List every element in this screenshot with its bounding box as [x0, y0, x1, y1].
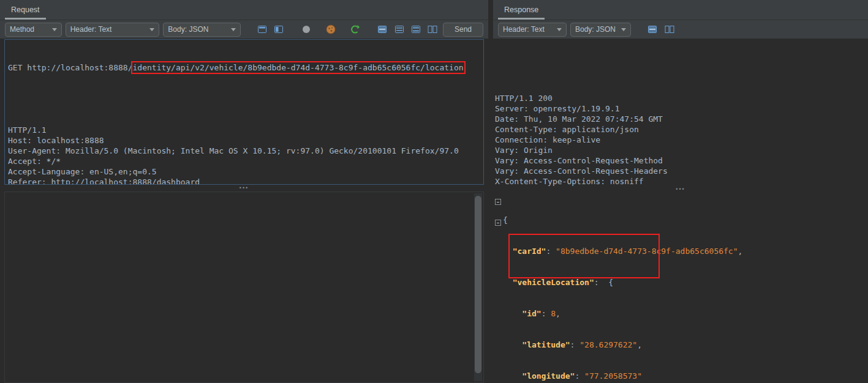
response-json-line: "vehicleLocation": {: [503, 277, 868, 288]
header-format-label: Header: Text: [70, 25, 112, 34]
response-header-line: HTTP/1.1 200: [495, 93, 868, 103]
response-headers-editor[interactable]: HTTP/1.1 200Server: openresty/1.19.9.1Da…: [493, 39, 868, 187]
chevron-down-icon: [557, 28, 562, 31]
response-header-line: Date: Thu, 10 Mar 2022 07:47:54 GMT: [495, 114, 868, 124]
request-line: Accept: */*: [8, 156, 483, 166]
request-line: Host: localhost:8888: [8, 135, 483, 146]
splitter-drag-handle-icon[interactable]: •••: [240, 185, 249, 191]
response-body-editor[interactable]: { "carId": "8b9edbde-d74d-4773-8c9f-adb6…: [493, 192, 868, 383]
scrollbar-thumb[interactable]: [475, 196, 481, 373]
response-header-format-label: Header: Text: [503, 25, 545, 34]
response-header-line: Vary: Origin: [495, 145, 868, 155]
tab-request[interactable]: Request: [4, 0, 47, 20]
response-header-line: Vary: Access-Control-Request-Headers: [495, 166, 868, 176]
request-url-prefix: GET http://localhost:8888/: [8, 63, 133, 72]
response-toolbar: Header: Text Body: JSON: [493, 20, 868, 39]
response-header-lines: HTTP/1.1 200Server: openresty/1.19.9.1Da…: [495, 62, 868, 187]
fold-gutter: [493, 194, 503, 383]
response-json-line: "carId": "8b9edbde-d74d-4773-8c9f-adb65c…: [503, 246, 868, 256]
response-side-by-side-view-button[interactable]: [663, 23, 676, 36]
fold-collapse-icon[interactable]: [495, 220, 501, 226]
cookie-button[interactable]: [324, 23, 337, 36]
method-dropdown-label: Method: [10, 25, 34, 34]
rows-view-button-2[interactable]: [409, 23, 422, 36]
chevron-down-icon: [52, 28, 57, 31]
send-button[interactable]: Send: [443, 23, 483, 37]
record-dot-button[interactable]: [300, 23, 313, 36]
response-combined-view-button[interactable]: [646, 23, 659, 36]
tab-response[interactable]: Response: [497, 0, 546, 20]
rows-view-icon-2: [411, 24, 421, 34]
revert-arrow-button[interactable]: [348, 23, 361, 36]
split-view-button[interactable]: [272, 23, 285, 36]
request-url-highlight-annotation: identity/api/v2/vehicle/8b9edbde-d74d-47…: [133, 63, 464, 72]
request-splitter[interactable]: •••: [0, 185, 488, 192]
body-format-dropdown[interactable]: Body: JSON: [163, 23, 241, 37]
request-line-url: GET http://localhost:8888/identity/api/v…: [8, 62, 483, 73]
side-by-side-view-icon: [665, 24, 674, 34]
rows-view-icon: [394, 24, 404, 34]
response-header-line: Connection: keep-alive: [495, 135, 868, 145]
header-format-dropdown[interactable]: Header: Text: [66, 23, 160, 37]
request-lines: HTTP/1.1Host: localhost:8888User-Agent: …: [8, 94, 483, 185]
response-header-line: X-Content-Type-Options: nosniff: [495, 176, 868, 187]
body-format-label: Body: JSON: [168, 25, 208, 34]
response-json-line: "id": 8,: [503, 308, 868, 319]
response-json-line: "longitude": "77.2058573": [503, 371, 868, 381]
request-panel: Request Method Header: Text Body: JSON: [0, 0, 488, 383]
request-line: Referer: http://localhost:8888/dashboard: [8, 177, 483, 185]
request-line: Accept-Language: en-US,en;q=0.5: [8, 166, 483, 177]
revert-arrow-icon: [350, 24, 360, 34]
chevron-down-icon: [621, 28, 626, 31]
request-line: HTTP/1.1: [8, 125, 483, 135]
request-body-editor[interactable]: [4, 192, 484, 383]
vertical-scrollbar[interactable]: [474, 193, 482, 381]
response-body-format-label: Body: JSON: [575, 25, 616, 34]
response-header-line: Content-Type: application/json: [495, 124, 868, 135]
response-header-line: Server: openresty/1.19.9.1: [495, 103, 868, 114]
response-json-line: {: [503, 215, 868, 225]
response-json: { "carId": "8b9edbde-d74d-4773-8c9f-adb6…: [503, 194, 868, 383]
response-header-format-dropdown[interactable]: Header: Text: [498, 23, 567, 37]
request-line: User-Agent: Mozilla/5.0 (Macintosh; Inte…: [8, 146, 483, 156]
split-view-icon: [274, 24, 284, 34]
response-tabbar: Response: [493, 0, 868, 20]
cookie-icon: [326, 24, 336, 34]
request-toolbar: Method Header: Text Body: JSON: [0, 20, 488, 39]
fold-collapse-icon[interactable]: [495, 199, 501, 205]
combined-view-button[interactable]: [376, 23, 389, 36]
response-header-line: Vary: Access-Control-Request-Method: [495, 155, 868, 166]
chevron-down-icon: [231, 28, 236, 31]
method-dropdown[interactable]: Method: [5, 23, 62, 37]
maximize-view-icon: [257, 24, 267, 34]
combined-view-icon: [647, 24, 657, 34]
response-json-line: "latitude": "28.6297622",: [503, 340, 868, 350]
combined-view-icon: [377, 24, 387, 34]
tab-request-label: Request: [11, 6, 40, 14]
rows-view-button[interactable]: [393, 23, 406, 36]
maximize-view-button[interactable]: [255, 23, 268, 36]
record-dot-icon: [301, 24, 311, 34]
side-by-side-view-icon: [428, 24, 437, 34]
response-panel: Response Header: Text Body: JSON: [493, 0, 868, 383]
panel-divider[interactable]: [488, 0, 493, 383]
request-response-window: Request Method Header: Text Body: JSON: [0, 0, 868, 383]
chevron-down-icon: [149, 28, 154, 31]
request-tabbar: Request: [0, 0, 488, 20]
side-by-side-view-button[interactable]: [426, 23, 439, 36]
tab-response-label: Response: [504, 6, 538, 14]
response-splitter[interactable]: •••: [493, 187, 868, 192]
response-body-format-dropdown[interactable]: Body: JSON: [570, 23, 631, 37]
request-editor[interactable]: GET http://localhost:8888/identity/api/v…: [4, 39, 484, 185]
